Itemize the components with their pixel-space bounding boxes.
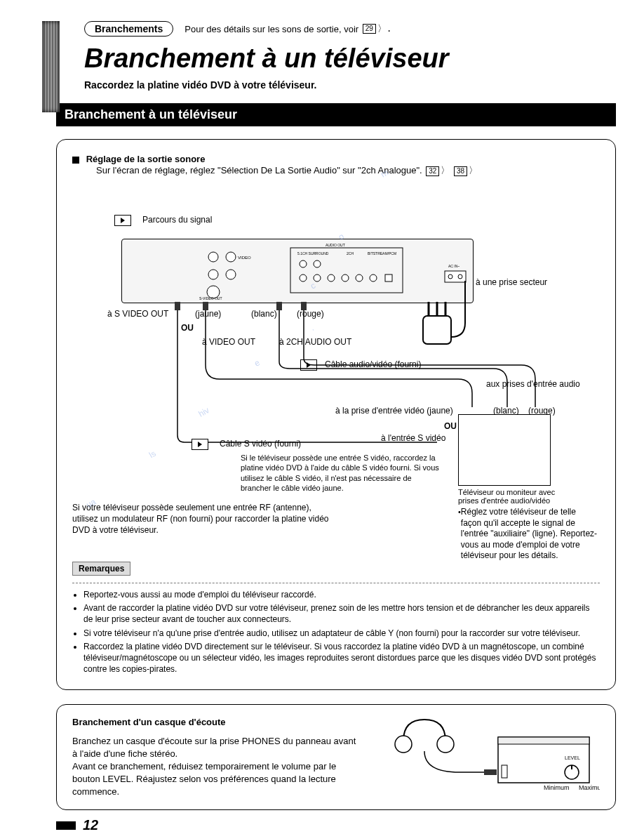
arrow-icon	[192, 439, 208, 450]
s-cable-label: Câble S vidéo (fourni)	[220, 439, 301, 449]
svg-point-33	[395, 736, 412, 753]
svg-point-34	[437, 736, 454, 753]
square-bullet-icon	[72, 157, 79, 164]
spiral-binding	[42, 21, 60, 112]
page-number: 12	[56, 817, 616, 833]
svg-rect-32	[301, 302, 307, 310]
list-item: Reportez-vous aussi au mode d'emploi du …	[83, 589, 600, 600]
headphone-diagram: LEVEL Minimum Maximum	[375, 716, 600, 793]
svg-rect-38	[502, 765, 507, 778]
s-in-label: à l'entrée S vidéo	[381, 433, 445, 443]
or-label-2: OU	[444, 421, 457, 431]
detail-text: Pour des détails sur les sons de sortie,…	[185, 24, 358, 34]
headphone-text: Branchez un casque d'écoute sur la prise…	[72, 736, 356, 797]
wiring-diagram: m o c . e hiv ls ua Parcours du signal V…	[72, 183, 600, 534]
svg-rect-37	[498, 737, 589, 744]
svg-rect-30	[203, 302, 208, 310]
audio-setting-note: Réglage de la sortie sonore Sur l'écran …	[72, 154, 600, 177]
svg-text:Maximum: Maximum	[579, 784, 600, 791]
headphone-title: Branchement d'un casque d'écoute	[72, 716, 358, 729]
s-video-note: Si le téléviseur possède une entrée S vi…	[241, 453, 444, 493]
remarques-label: Remarques	[72, 562, 130, 576]
audio-in-label: aux prises d'entrée audio	[486, 379, 580, 389]
page-subtitle: Raccordez la platine vidéo DVD à votre t…	[84, 79, 616, 91]
headphone-box: Branchement d'un casque d'écoute Branche…	[56, 704, 616, 810]
remarques-list: Reportez-vous aussi au mode d'emploi du …	[72, 589, 600, 675]
svg-rect-35	[484, 769, 497, 775]
svg-rect-31	[276, 302, 282, 310]
connection-diagram-box: Réglage de la sortie sonore Sur l'écran …	[56, 139, 616, 690]
tv-label: Téléviseur ou moniteur avec prises d'ent…	[458, 488, 577, 505]
tv-note: • Réglez votre téléviseur de telle façon…	[458, 507, 598, 517]
video-in-label: à la prise d'entrée vidéo (jaune)	[335, 406, 453, 416]
list-item: Raccordez la platine vidéo DVD directeme…	[83, 641, 600, 675]
list-item: Avant de raccorder la platine vidéo DVD …	[83, 602, 600, 625]
page-title: Branchement à un téléviseur	[84, 44, 616, 74]
header-line: Branchements Pour des détails sur les so…	[84, 21, 616, 37]
chevron-icon: 〉.	[377, 22, 392, 35]
rf-note: Si votre téléviseur possède seulement un…	[72, 502, 332, 536]
section-header: Branchement à un téléviseur	[56, 103, 616, 126]
remarques-section: Remarques Reportez-vous aussi au mode d'…	[72, 562, 600, 675]
svg-rect-29	[175, 302, 180, 310]
tv-icon	[458, 414, 551, 486]
svg-text:Minimum: Minimum	[544, 784, 570, 791]
section-tag: Branchements	[84, 21, 173, 37]
svg-text:LEVEL: LEVEL	[565, 755, 580, 760]
page-ref: 29	[363, 24, 376, 34]
list-item: Si votre téléviseur n'a qu'une prise d'e…	[83, 628, 600, 639]
